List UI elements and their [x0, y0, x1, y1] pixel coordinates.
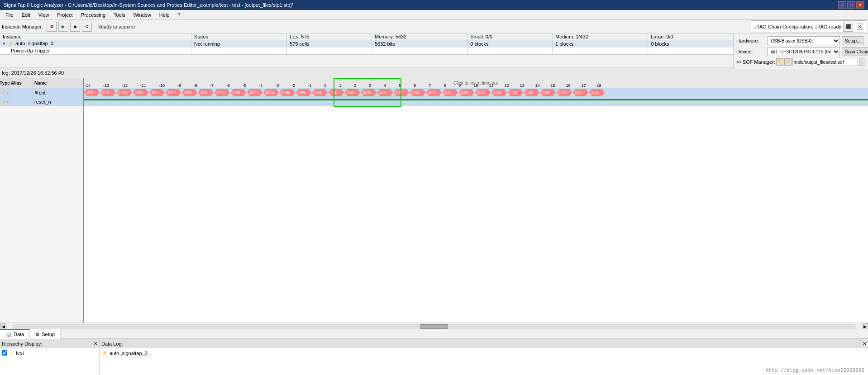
title-text: SignalTap II Logic Analyzer - C:/Users/t…	[4, 2, 294, 8]
cnt-expand-icon[interactable]: ⊕	[34, 90, 38, 95]
instance-memory-main: 5632 bits	[372, 40, 467, 47]
sof-path-input[interactable]	[792, 58, 858, 66]
hex-20Ah: 20Ah	[475, 89, 491, 96]
hex-1FEh: 1FEh	[280, 89, 295, 96]
setup-button[interactable]: Setup...	[842, 36, 863, 45]
instance-stop-btn[interactable]: ■	[70, 22, 80, 32]
menu-file[interactable]: File	[2, 11, 17, 19]
sof-prog-btn[interactable]: ⚡	[784, 58, 792, 66]
jtag-config-panel: Hardware: USB-Blaster [USB-0] Setup... D…	[733, 33, 868, 69]
watermark: http://blog.csdn.net/hinn09900996	[765, 367, 864, 373]
instance-icon: ⚡	[8, 41, 14, 46]
signal-row-cnt[interactable]: ⚡ ↓ ⊕ cnt	[0, 88, 83, 97]
tick--4: -4	[259, 83, 262, 88]
tick-18: 18	[597, 83, 601, 88]
instance-row-child[interactable]: Power-Up Trigger	[0, 47, 733, 54]
instance-row-main[interactable]: ▾ ⚡ auto_signaltap_0 Not running 575 cel…	[0, 40, 733, 47]
data-log-icon: ⚡	[101, 350, 108, 356]
timeline-header: Click to insert time bar -14 -13 -12 -11…	[84, 78, 868, 88]
hierarchy-panel: Hierarchy Display: ✕ → test	[0, 339, 100, 375]
hierarchy-content: → test	[0, 348, 99, 357]
green-selection-box[interactable]	[334, 78, 401, 107]
tick--14: -14	[85, 83, 91, 88]
hierarchy-arrow-icon: →	[9, 350, 14, 356]
waveform-data: 1F2h 1F3h 1F4h 1F5h 1F6h 1F7h 1F8h 1F9h …	[84, 88, 868, 106]
device-select[interactable]: @1: EP3C120/EP4CE115 (0x020	[768, 47, 840, 56]
maximize-button[interactable]: □	[847, 1, 855, 9]
minimize-button[interactable]: ─	[838, 1, 846, 9]
hardware-label: Hardware:	[736, 38, 766, 43]
hierarchy-close-btn[interactable]: ✕	[94, 341, 97, 346]
reset-arrow-icon: ↓	[6, 100, 8, 103]
instance-table: Instance Status LEs: 575 Memory: 5632 Sm…	[0, 33, 733, 54]
menu-tools[interactable]: Tools	[110, 11, 129, 19]
menu-view[interactable]: View	[35, 11, 53, 19]
sof-file-btn[interactable]: 📁	[776, 58, 783, 66]
tick--9: -9	[177, 83, 181, 88]
window-controls: ─ □ ✕	[838, 1, 864, 9]
col-status: Status	[191, 33, 286, 40]
menu-window[interactable]: Window	[130, 11, 155, 19]
tick--13: -13	[103, 83, 109, 88]
hierarchy-title: Hierarchy Display:	[2, 341, 42, 347]
hex-209h: 209h	[459, 89, 474, 96]
signal-row-reset[interactable]: ⚡ ↓ reset_n	[0, 97, 83, 106]
instance-auto-btn[interactable]: ↺	[82, 22, 92, 32]
device-label: Device:	[736, 49, 766, 54]
close-button[interactable]: ✕	[856, 1, 864, 9]
menu-processing[interactable]: Processing	[77, 11, 109, 19]
wave-row-cnt: 1F2h 1F3h 1F4h 1F5h 1F6h 1F7h 1F8h 1F9h …	[84, 88, 868, 97]
menu-help[interactable]: Help	[156, 11, 173, 19]
sof-browse-btn[interactable]: …	[859, 58, 865, 66]
hex-1FBh: 1FBh	[231, 89, 246, 96]
hierarchy-item[interactable]: test	[16, 350, 24, 356]
reset-name-label: reset_n	[34, 99, 51, 104]
cnt-arrow-icon: ↓	[6, 91, 8, 94]
tab-setup[interactable]: ⚙ Setup	[30, 329, 61, 339]
tick-0: 0	[324, 83, 326, 88]
setup-tab-label: Setup	[42, 332, 55, 337]
jtag-expand-btn[interactable]: ⬛	[843, 22, 853, 32]
reset-type-cell: ⚡ ↓	[0, 97, 10, 106]
menu-project[interactable]: Project	[53, 11, 76, 19]
tab-data[interactable]: 📊 Data	[0, 329, 30, 339]
cnt-alias-cell	[10, 88, 33, 97]
data-log-close-btn[interactable]: ✕	[863, 341, 866, 346]
menu-edit[interactable]: Edit	[18, 11, 34, 19]
instance-large-main: 0 blocks	[648, 40, 733, 47]
bottom-panels: Hierarchy Display: ✕ → test Data Log: ✕ …	[0, 339, 868, 375]
jtag-hardware-row: Hardware: USB-Blaster [USB-0] Setup...	[736, 36, 865, 45]
instance-settings-btn[interactable]: ⚙	[47, 22, 57, 32]
signal-names-panel: Type Alias Name ⚡ ↓ ⊕ cnt ⚡	[0, 78, 84, 329]
hex-1F5h: 1F5h	[133, 89, 148, 96]
jtag-device-row: Device: @1: EP3C120/EP4CE115 (0x020 Scan…	[736, 47, 865, 56]
log-info: log: 2017/12/26 16:52:56 #0	[2, 70, 64, 76]
data-log-header: Data Log: ✕	[100, 339, 868, 348]
instance-name-child: Power-Up Trigger	[0, 47, 191, 54]
jtag-close-btn[interactable]: ✕	[857, 24, 863, 30]
hex-210h: 210h	[573, 89, 588, 96]
signal-col-headers: Type Alias Name	[0, 78, 83, 88]
instance-run-btn[interactable]: ▶	[58, 22, 68, 32]
menu-bar: File Edit View Project Processing Tools …	[0, 10, 868, 20]
wave-row-reset	[84, 97, 868, 106]
h-scrollbar-thumb[interactable]	[420, 324, 448, 329]
sof-row: >> SOF Manager: 📁 ⚡ …	[736, 58, 865, 66]
waveform-display[interactable]: Click to insert time bar -14 -13 -12 -11…	[84, 78, 868, 329]
hex-208h: 208h	[443, 89, 458, 96]
hex-1F9h: 1F9h	[198, 89, 214, 96]
h-scrollbar-track[interactable]	[13, 324, 855, 329]
hierarchy-checkbox[interactable]	[2, 350, 7, 356]
col-type-header: Type	[0, 78, 10, 88]
reset-type-icon: ⚡	[1, 100, 6, 104]
col-small: Small: 0/0	[467, 33, 553, 40]
data-log-item: auto_signaltap_0	[110, 351, 148, 356]
reset-name-cell: reset_n	[33, 97, 83, 106]
scan-chain-button[interactable]: Scan Chain	[842, 47, 868, 56]
hardware-select[interactable]: USB-Blaster [USB-0]	[768, 36, 840, 45]
instance-status-main: Not running	[191, 40, 286, 47]
tick--3: -3	[275, 83, 279, 88]
menu-question[interactable]: ?	[174, 11, 184, 19]
hex-211h: 211h	[589, 89, 605, 96]
instance-status: Ready to acquire	[97, 24, 135, 29]
